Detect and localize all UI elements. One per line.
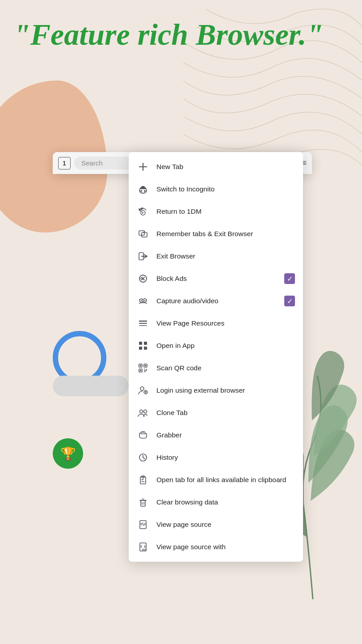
svg-rect-42 [141,500,145,506]
svg-rect-25 [145,365,146,366]
view-source-label: View page source [156,520,295,529]
svg-point-37 [144,410,147,413]
new-tab-icon [137,161,149,173]
menu-item-exit-browser[interactable]: Exit Browser [129,245,303,267]
menu-item-view-source[interactable]: View page source [129,513,303,536]
svg-rect-27 [140,370,141,371]
menu-item-grabber[interactable]: Grabber [129,424,303,446]
svg-rect-18 [139,342,142,345]
gray-bar-decoration [53,376,129,396]
menu-item-return-1dm[interactable]: Return to 1DM [129,200,303,223]
svg-point-17 [144,300,146,301]
view-source-3rd-icon: 3RD [137,541,149,553]
view-resources-icon [137,317,149,330]
history-icon [137,451,149,464]
menu-item-scan-qr[interactable]: Scan QR code [129,357,303,379]
open-app-icon [137,339,149,352]
svg-rect-6 [141,186,145,188]
clear-data-icon [137,496,149,508]
menu-item-new-tab[interactable]: New Tab [129,156,303,178]
svg-rect-19 [144,342,147,345]
svg-rect-23 [140,365,141,366]
capture-av-icon [137,295,149,307]
menu-item-view-source-3rd[interactable]: 3RD View page source with [129,536,303,558]
block-ads-icon: AD [137,272,149,285]
menu-item-history[interactable]: History [129,446,303,469]
login-external-icon [137,384,149,397]
hero-text: "Feature rich Browser." [13,18,323,51]
menu-item-open-app[interactable]: Open in App [129,335,303,357]
svg-point-3 [140,190,142,192]
exit-browser-icon [137,250,149,263]
capture-av-label: Capture audio/video [156,297,277,305]
remember-tabs-icon [137,228,149,240]
incognito-icon [137,183,149,195]
menu-item-capture-av[interactable]: Capture audio/video ✓ [129,290,303,312]
clipboard-links-icon [137,474,149,486]
grabber-label: Grabber [156,431,295,440]
block-ads-label: Block Ads [156,274,277,283]
switch-incognito-label: Switch to Incognito [156,185,295,194]
menu-item-clone-tab[interactable]: Clone Tab [129,402,303,424]
clone-tab-icon [137,407,149,419]
svg-rect-20 [139,347,142,350]
menu-item-view-resources[interactable]: View Page Resources [129,312,303,335]
green-trophy-circle: 🏆 [53,438,83,469]
view-source-icon [137,518,149,531]
clear-data-label: Clear browsing data [156,498,295,507]
svg-line-47 [143,523,143,525]
open-app-label: Open in App [156,341,295,350]
view-source-3rd-label: View page source with [156,542,295,551]
svg-point-33 [140,387,144,390]
svg-text:3RD: 3RD [142,548,147,551]
history-label: History [156,453,295,462]
view-resources-label: View Page Resources [156,319,295,328]
login-external-label: Login using external browser [156,386,295,395]
menu-item-open-links-clipboard[interactable]: Open tab for all links available in clip… [129,469,303,491]
menu-item-clear-data[interactable]: Clear browsing data [129,491,303,513]
dropdown-menu: New Tab Switch to Incognito [129,152,303,562]
return-1dm-icon [137,205,149,218]
menu-item-block-ads[interactable]: AD Block Ads ✓ [129,267,303,290]
menu-item-login-external[interactable]: Login using external browser [129,379,303,402]
return-1dm-label: Return to 1DM [156,207,295,216]
new-tab-label: New Tab [156,162,295,171]
svg-text:AD: AD [140,277,144,280]
svg-point-4 [144,190,146,192]
exit-browser-label: Exit Browser [156,252,295,261]
block-ads-checkbox[interactable]: ✓ [284,273,295,284]
clone-tab-label: Clone Tab [156,408,295,417]
svg-point-36 [140,410,143,413]
capture-av-checkbox[interactable]: ✓ [284,296,295,306]
grabber-icon [137,429,149,441]
menu-item-remember-tabs[interactable]: Remember tabs & Exit Browser [129,223,303,245]
scan-qr-label: Scan QR code [156,364,295,373]
svg-rect-21 [144,347,147,350]
svg-point-16 [141,300,142,301]
remember-tabs-label: Remember tabs & Exit Browser [156,229,295,238]
menu-item-switch-incognito[interactable]: Switch to Incognito [129,178,303,200]
tab-count-badge: 1 [58,157,71,169]
scan-qr-icon [137,362,149,374]
open-links-clipboard-label: Open tab for all links available in clip… [156,475,295,484]
